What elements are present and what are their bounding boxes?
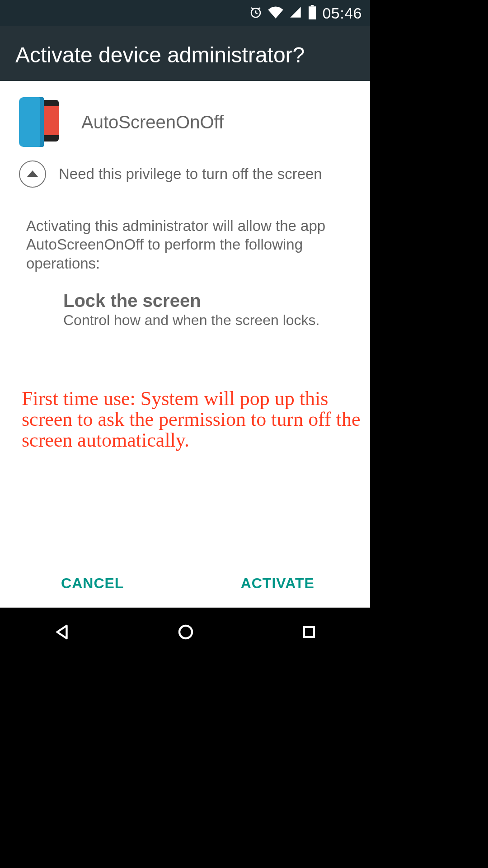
recents-icon[interactable] bbox=[300, 623, 318, 642]
status-bar: 05:46 bbox=[0, 0, 370, 26]
activate-button[interactable]: ACTIVATE bbox=[185, 559, 371, 608]
privilege-note: Need this privilege to turn off the scre… bbox=[59, 165, 322, 183]
alarm-icon bbox=[249, 5, 263, 21]
content-area: AutoScreenOnOff Need this privilege to t… bbox=[0, 81, 370, 559]
back-icon[interactable] bbox=[52, 623, 71, 643]
navigation-bar bbox=[0, 608, 370, 658]
collapse-toggle[interactable] bbox=[19, 160, 46, 188]
page-header: Activate device administrator? bbox=[0, 26, 370, 81]
battery-icon bbox=[308, 5, 317, 21]
button-bar: CANCEL ACTIVATE bbox=[0, 559, 370, 608]
app-info-row: AutoScreenOnOff bbox=[0, 81, 370, 156]
permission-block: Lock the screen Control how and when the… bbox=[0, 273, 370, 329]
permission-description: Control how and when the screen locks. bbox=[63, 312, 344, 329]
svg-rect-1 bbox=[311, 5, 314, 6]
page-title: Activate device administrator? bbox=[15, 42, 355, 67]
overlay-annotation: First time use: System will pop up this … bbox=[22, 388, 361, 451]
wifi-icon bbox=[268, 6, 283, 20]
privilege-note-row: Need this privilege to turn off the scre… bbox=[0, 156, 370, 198]
description-text: Activating this administrator will allow… bbox=[26, 217, 344, 273]
app-icon bbox=[19, 97, 60, 147]
cancel-button[interactable]: CANCEL bbox=[0, 559, 185, 608]
cell-signal-icon bbox=[289, 6, 302, 20]
svg-rect-4 bbox=[304, 627, 314, 637]
svg-point-3 bbox=[179, 626, 192, 638]
chevron-up-icon bbox=[27, 170, 38, 177]
home-icon[interactable] bbox=[176, 623, 195, 643]
description-block: Activating this administrator will allow… bbox=[0, 198, 370, 273]
status-time: 05:46 bbox=[322, 5, 362, 22]
app-name: AutoScreenOnOff bbox=[81, 112, 224, 132]
permission-title: Lock the screen bbox=[63, 291, 344, 311]
svg-rect-2 bbox=[309, 6, 316, 19]
